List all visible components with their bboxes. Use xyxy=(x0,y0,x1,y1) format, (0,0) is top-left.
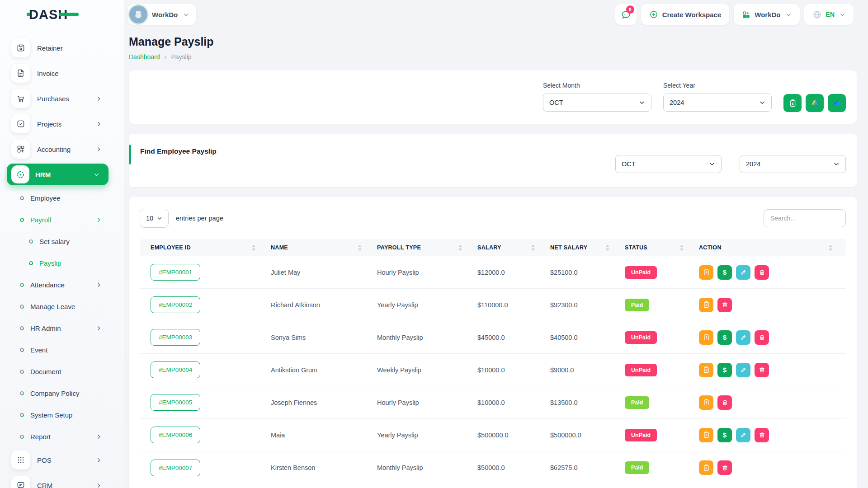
edit-button[interactable] xyxy=(736,363,750,377)
breadcrumb-dashboard-link[interactable]: Dashboard xyxy=(129,53,160,61)
search-input[interactable] xyxy=(764,209,846,227)
language-label: EN xyxy=(826,11,835,18)
sidebar-item-label: Payroll xyxy=(30,216,51,224)
payslip-detail-button[interactable]: $ xyxy=(699,265,713,280)
year-select[interactable]: 2024 xyxy=(663,94,772,112)
sidebar-item-manage-leave[interactable]: Manage Leave xyxy=(0,296,124,317)
payslip-detail-button[interactable]: $ xyxy=(699,363,713,377)
status-badge: Paid xyxy=(625,396,649,409)
retainer-icon xyxy=(11,38,30,57)
delete-button[interactable] xyxy=(717,395,732,410)
sidebar-item-hr-admin[interactable]: HR Admin xyxy=(0,317,124,339)
create-workspace-button[interactable]: Create Workspace xyxy=(641,4,730,25)
one-drive-button[interactable] xyxy=(828,94,846,112)
delete-button[interactable] xyxy=(755,265,769,280)
edit-button[interactable] xyxy=(736,330,750,345)
dollar-icon: $ xyxy=(723,366,726,374)
chevron-down-icon xyxy=(183,12,189,18)
make-payment-button[interactable]: $ xyxy=(717,265,732,280)
chevron-right-icon xyxy=(96,217,102,223)
column-header-status[interactable]: STATUS xyxy=(614,244,688,251)
sidebar-item-label: Set salary xyxy=(39,238,70,245)
employee-id-badge[interactable]: #EMP00001 xyxy=(151,264,200,281)
employee-name: Juliet May xyxy=(260,269,366,276)
entries-per-page-select[interactable]: 10 xyxy=(140,209,169,228)
edit-button[interactable] xyxy=(736,265,750,280)
pencil-icon xyxy=(740,269,747,276)
find-card-selects: OCT 2024 xyxy=(615,155,846,173)
sidebar-item-projects[interactable]: Projects xyxy=(0,111,124,136)
column-header-salary[interactable]: SALARY xyxy=(467,244,539,251)
payslip-detail-button[interactable]: $ xyxy=(699,460,713,475)
sidebar-item-label: Manage Leave xyxy=(30,303,75,310)
delete-button[interactable] xyxy=(755,363,769,377)
language-selector[interactable]: EN xyxy=(804,4,854,25)
clipboard-dollar-icon: $ xyxy=(703,333,710,341)
sidebar-item-attendance[interactable]: Attendance xyxy=(0,274,124,296)
sidebar-item-accounting[interactable]: Accounting xyxy=(0,136,124,162)
sidebar-item-system-setup[interactable]: System Setup xyxy=(0,404,124,426)
sidebar-item-employee[interactable]: Employee xyxy=(0,187,124,209)
sidebar-item-company-policy[interactable]: Company Policy xyxy=(0,382,124,404)
sidebar-item-retainer[interactable]: Retainer xyxy=(0,35,124,61)
make-payment-button[interactable]: $ xyxy=(717,330,732,345)
sidebar-item-document[interactable]: Document xyxy=(0,361,124,382)
employee-id-badge[interactable]: #EMP00007 xyxy=(151,460,200,476)
sidebar-item-event[interactable]: Event xyxy=(0,339,124,361)
find-year-select[interactable]: 2024 xyxy=(740,155,846,173)
delete-button[interactable] xyxy=(717,460,732,475)
chevron-down-icon xyxy=(94,172,99,178)
messenger-button[interactable]: 0 xyxy=(615,4,637,25)
sidebar-item-report[interactable]: Report xyxy=(0,426,124,447)
column-header-payroll-type[interactable]: PAYROLL TYPE xyxy=(366,244,467,251)
payslip-detail-button[interactable]: $ xyxy=(699,330,713,345)
delete-button[interactable] xyxy=(755,428,769,442)
employee-id-badge[interactable]: #EMP00005 xyxy=(151,394,200,411)
column-header-employee-id[interactable]: EMPLOYEE ID xyxy=(140,244,260,251)
make-payment-button[interactable]: $ xyxy=(717,363,732,377)
sidebar-item-pos[interactable]: POS xyxy=(0,447,124,473)
column-header-action[interactable]: ACTION xyxy=(688,244,846,251)
clipboard-dollar-icon: $ xyxy=(703,366,710,374)
sidebar-item-label: POS xyxy=(37,456,52,464)
sidebar-item-purchases[interactable]: Purchases xyxy=(0,86,124,111)
chevron-down-icon xyxy=(759,99,765,106)
column-header-net-salary[interactable]: NET SALARY xyxy=(539,244,614,251)
invoice-icon xyxy=(11,64,30,83)
payslip-detail-button[interactable]: $ xyxy=(699,428,713,442)
workspace-avatar xyxy=(129,5,147,23)
sidebar-item-invoice[interactable]: Invoice xyxy=(0,61,124,86)
sidebar-item-label: Purchases xyxy=(37,95,69,103)
sidebar-item-label: System Setup xyxy=(30,411,72,419)
payslip-detail-button[interactable]: $ xyxy=(699,298,713,312)
make-payment-button[interactable]: $ xyxy=(717,428,732,442)
column-header-name[interactable]: NAME xyxy=(260,244,366,251)
sidebar-item-label: Attendance xyxy=(30,281,65,289)
chevron-right-icon xyxy=(96,325,102,331)
sidebar-item-payslip[interactable]: Payslip xyxy=(0,252,124,274)
employee-name: Maia xyxy=(260,432,366,439)
workdo-menu-button[interactable]: WorkDo xyxy=(734,4,799,25)
employee-id-badge[interactable]: #EMP00006 xyxy=(151,427,200,443)
sidebar-item-set-salary[interactable]: Set salary xyxy=(0,230,124,252)
find-employee-payslip-card: Find Employee Payslip OCT 2024 xyxy=(129,134,857,187)
month-select[interactable]: OCT xyxy=(543,94,651,112)
edit-button[interactable] xyxy=(736,428,750,442)
employee-id-badge[interactable]: #EMP00004 xyxy=(151,361,200,378)
sidebar-item-label: Projects xyxy=(37,120,61,128)
sidebar-item-crm[interactable]: CRM xyxy=(0,473,124,488)
sidebar-item-hrm[interactable]: HRM xyxy=(7,164,108,185)
accent-bar xyxy=(129,145,131,164)
payslip-detail-button[interactable]: $ xyxy=(699,395,713,410)
find-month-select[interactable]: OCT xyxy=(615,155,722,173)
delete-button[interactable] xyxy=(717,298,732,312)
bullet-icon xyxy=(19,369,25,375)
sidebar-item-payroll[interactable]: Payroll xyxy=(0,209,124,230)
chevron-right-icon xyxy=(96,96,102,102)
delete-button[interactable] xyxy=(755,330,769,345)
bulk-payslip-button[interactable]: $ xyxy=(783,94,802,112)
employee-id-badge[interactable]: #EMP00002 xyxy=(151,296,200,313)
workspace-switcher[interactable]: WorkDo xyxy=(128,4,196,25)
google-drive-button[interactable] xyxy=(806,94,824,112)
employee-id-badge[interactable]: #EMP00003 xyxy=(151,329,200,346)
